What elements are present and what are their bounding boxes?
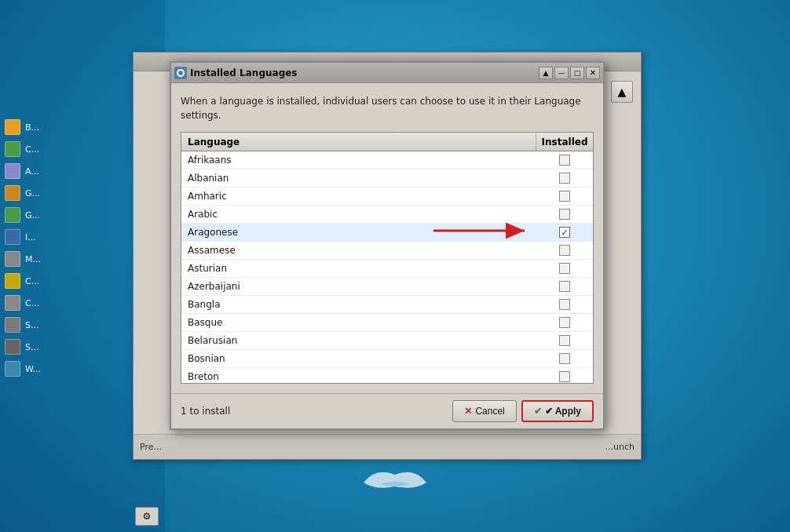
table-row[interactable]: Bosnian bbox=[181, 350, 593, 368]
sidebar-item-label: C... bbox=[25, 298, 39, 308]
checkbox-bosnian[interactable] bbox=[559, 353, 570, 364]
restore-button[interactable]: — bbox=[554, 67, 569, 79]
sidebar-item-label: C... bbox=[25, 144, 39, 155]
table-row[interactable]: Albanian bbox=[181, 169, 593, 188]
language-name: Albanian bbox=[181, 171, 536, 185]
launch-label: ...unch bbox=[605, 442, 635, 452]
table-row[interactable]: Amharic bbox=[181, 188, 593, 206]
language-name: Afrikaans bbox=[181, 153, 536, 167]
cancel-button[interactable]: ✕ Cancel bbox=[452, 400, 516, 422]
table-header: Language Installed bbox=[181, 133, 593, 151]
dialog-title: Installed Languages bbox=[190, 67, 298, 78]
table-row[interactable]: Assamese bbox=[181, 242, 593, 260]
lang-installed-cell bbox=[536, 281, 593, 292]
minimize-button[interactable]: ▲ bbox=[539, 67, 553, 79]
dialog-body: When a language is installed, individual… bbox=[171, 83, 603, 393]
language-name: Breton bbox=[181, 370, 536, 383]
close-button[interactable]: ✕ bbox=[586, 67, 600, 79]
table-row[interactable]: Bangla bbox=[181, 296, 593, 314]
col-installed-header: Installed bbox=[536, 133, 593, 151]
table-row[interactable]: Afrikaans bbox=[181, 151, 593, 169]
language-name: Basque bbox=[181, 315, 536, 330]
language-name: Bangla bbox=[181, 297, 536, 312]
pre-label: Pre... bbox=[140, 442, 162, 452]
checkbox-azerbaijani[interactable] bbox=[559, 281, 570, 292]
dialog-description: When a language is installed, individual… bbox=[181, 93, 594, 124]
sidebar-item-label: M... bbox=[25, 254, 41, 264]
apply-button[interactable]: ✔ ✔ Apply bbox=[521, 400, 594, 422]
lang-installed-cell bbox=[536, 191, 593, 202]
titlebar-buttons: ▲ — □ ✕ bbox=[539, 67, 600, 79]
dialog-app-icon bbox=[174, 67, 187, 79]
installed-languages-dialog: Installed Languages ▲ — □ ✕ When a langu… bbox=[170, 61, 605, 430]
lang-installed-cell bbox=[536, 335, 593, 346]
table-row[interactable]: Breton bbox=[181, 368, 593, 383]
table-row[interactable]: Belarusian bbox=[181, 332, 593, 350]
sidebar-item-label: W... bbox=[25, 364, 41, 374]
language-name: Asturian bbox=[181, 261, 536, 275]
lang-installed-cell bbox=[536, 353, 593, 364]
cancel-label: Cancel bbox=[475, 406, 504, 417]
checkbox-albanian[interactable] bbox=[559, 173, 570, 184]
sidebar-item-label: B... bbox=[25, 122, 39, 133]
bg-window-bottom: Pre... ...unch bbox=[133, 434, 641, 459]
checkbox-belarusian[interactable] bbox=[559, 335, 570, 346]
lang-installed-cell bbox=[536, 245, 593, 256]
language-name: Amharic bbox=[181, 189, 536, 203]
lang-installed-cell bbox=[536, 209, 593, 220]
checkbox-breton[interactable] bbox=[559, 371, 570, 382]
sidebar-item-label: C... bbox=[25, 276, 39, 286]
preferences-button[interactable]: ⚙ bbox=[135, 507, 159, 526]
checkbox-arabic[interactable] bbox=[559, 209, 570, 220]
language-name: Belarusian bbox=[181, 333, 536, 348]
footer-buttons: ✕ Cancel ✔ ✔ Apply bbox=[452, 400, 594, 422]
checkbox-afrikaans[interactable] bbox=[559, 155, 570, 166]
language-list: Afrikaans Albanian Amharic bbox=[181, 151, 593, 383]
lang-installed-cell bbox=[536, 155, 593, 166]
sidebar-item-label: S... bbox=[25, 342, 38, 352]
titlebar-left: Installed Languages bbox=[174, 67, 298, 79]
table-row[interactable]: Azerbaijani bbox=[181, 278, 593, 296]
checkbox-aragonese[interactable]: ✓ bbox=[559, 227, 570, 238]
lang-installed-cell bbox=[536, 317, 593, 328]
sidebar-item-label: G... bbox=[25, 188, 40, 199]
language-name: Bosnian bbox=[181, 352, 536, 366]
maximize-button[interactable]: □ bbox=[570, 67, 584, 79]
lang-installed-cell bbox=[536, 173, 593, 184]
table-row[interactable]: Basque bbox=[181, 314, 593, 332]
language-table: Language Installed Afrikaans Albanian bbox=[181, 132, 594, 384]
checkbox-amharic[interactable] bbox=[559, 191, 570, 202]
red-arrow-annotation bbox=[432, 220, 534, 244]
checkbox-basque[interactable] bbox=[559, 317, 570, 328]
lang-installed-cell bbox=[536, 299, 593, 310]
sidebar-item-label: G... bbox=[25, 210, 40, 220]
apply-label: ✔ Apply bbox=[545, 406, 581, 417]
dialog-footer: 1 to install ✕ Cancel ✔ ✔ Apply bbox=[171, 393, 603, 428]
sidebar-item-label: S... bbox=[25, 320, 38, 330]
checkbox-bangla[interactable] bbox=[559, 299, 570, 310]
install-count: 1 to install bbox=[181, 406, 230, 417]
lang-installed-cell bbox=[536, 263, 593, 274]
lang-installed-cell bbox=[536, 371, 593, 382]
table-row[interactable]: Asturian bbox=[181, 260, 593, 278]
checkbox-asturian[interactable] bbox=[559, 263, 570, 274]
checkbox-assamese[interactable] bbox=[559, 245, 570, 256]
dialog-titlebar: Installed Languages ▲ — □ ✕ bbox=[171, 63, 603, 83]
language-name: Azerbaijani bbox=[181, 279, 536, 293]
up-button[interactable]: ▲ bbox=[611, 81, 633, 103]
lang-installed-cell: ✓ bbox=[536, 227, 593, 238]
sidebar-item-label: I... bbox=[25, 232, 36, 242]
col-language-header: Language bbox=[181, 133, 536, 151]
language-name: Assamese bbox=[181, 243, 536, 257]
sidebar-item-label: A... bbox=[25, 166, 39, 177]
